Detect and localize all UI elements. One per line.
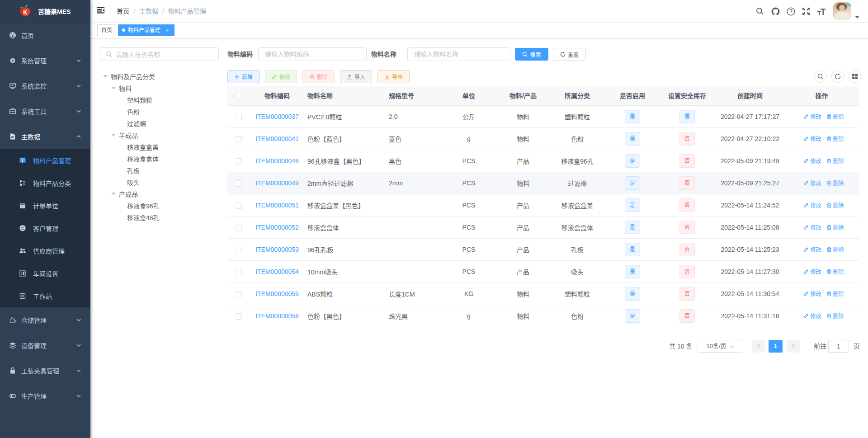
- svg-text:K: K: [23, 9, 28, 16]
